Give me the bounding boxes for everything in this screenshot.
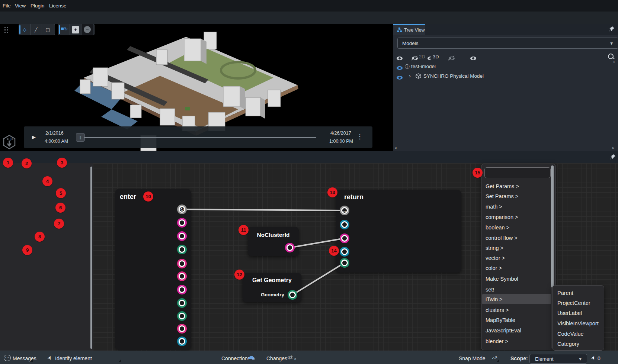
menu-view[interactable]: View	[15, 3, 26, 9]
scope-label: Scope:	[510, 355, 528, 361]
row-eye-icon[interactable]	[397, 66, 403, 70]
noclusterid-output-port[interactable]	[285, 243, 295, 252]
scroll-left-arrow[interactable]: ◂	[394, 145, 397, 150]
port-instancecount[interactable]	[177, 298, 187, 308]
submenu-item-visibleinviewport[interactable]: VisibleInViewport	[553, 318, 603, 329]
menu-item-math[interactable]: math >	[482, 202, 553, 212]
select-point-tool-button[interactable]: ◇	[19, 24, 31, 35]
submenu-item-projectcenter[interactable]: ProjectCenter	[553, 298, 603, 308]
menu-file[interactable]: File	[3, 3, 11, 9]
snap-mode-label[interactable]: Snap Mode	[459, 355, 486, 361]
menu-item-javascripteval[interactable]: JavaScriptEval	[482, 325, 553, 335]
messages-button[interactable]: Messages	[13, 355, 36, 361]
show-all-eye-icon[interactable]	[397, 57, 403, 60]
menu-license[interactable]: License	[49, 3, 67, 9]
swap-views-button[interactable]: ↻	[58, 24, 70, 35]
submenu-item-category[interactable]: Category	[553, 339, 603, 349]
menu-item-set-params[interactable]: Set Params >	[482, 191, 553, 201]
node-title: return	[344, 193, 364, 201]
menu-item-clusters[interactable]: clusters >	[482, 305, 553, 315]
annotation-7: 7	[54, 219, 64, 229]
enter-exec-port[interactable]: ↻	[177, 204, 187, 214]
cloud-status-badge: ⊗	[252, 357, 255, 361]
tree-item-label[interactable]: SYNCHRO Physical Model	[423, 73, 484, 79]
caret-down-icon: ▾	[579, 356, 582, 362]
active-indicator	[19, 25, 20, 34]
return-exec-port[interactable]: →	[340, 206, 349, 215]
port-materialname[interactable]	[177, 336, 187, 346]
zoom-in-button[interactable]: +	[70, 24, 81, 35]
identify-cursor-icon: ➤	[46, 354, 53, 361]
line-tool-button[interactable]: ╱	[31, 24, 42, 35]
menu-item-itwin[interactable]: iTwin >	[482, 294, 553, 304]
row-eye-icon[interactable]	[397, 76, 403, 80]
port-vertexcount[interactable]	[177, 311, 187, 321]
menu-item-boolean[interactable]: boolean >	[482, 222, 553, 232]
menu-item-set[interactable]: set!	[482, 284, 553, 294]
3d-viewport[interactable]: ▶ 2/1/2016 4:00:00 AM ∥ 4/26/2017 1:00:0…	[0, 24, 393, 151]
node-return[interactable]: return	[336, 190, 461, 273]
context-menu-search-input[interactable]	[484, 167, 551, 178]
annotation-13: 13	[327, 187, 337, 197]
port-label: Geometry	[243, 292, 284, 297]
port-rotation[interactable]	[177, 271, 187, 281]
tab-tree-view[interactable]: Tree View	[393, 24, 425, 35]
getgeometry-output-port[interactable]	[288, 290, 297, 300]
scroll-right-arrow[interactable]: ▸	[612, 145, 615, 150]
identify-element-button[interactable]: Identify element	[55, 355, 92, 361]
port-materialid[interactable]	[177, 324, 187, 334]
port-geometrysourceid[interactable]	[177, 231, 187, 241]
timeline-track[interactable]	[84, 137, 316, 138]
hide-all-eye-icon[interactable]	[412, 57, 418, 60]
port-geometry[interactable]	[177, 245, 187, 254]
tree-row-synchro-model[interactable]: › SYNCHRO Physical Model	[393, 72, 618, 81]
tree-row-imodel[interactable]: ⓘ test-imodel	[393, 62, 618, 71]
port-animationbatchid[interactable]	[177, 285, 187, 294]
zoom-out-button[interactable]: −	[81, 24, 93, 35]
search-icon[interactable]	[608, 54, 614, 59]
timeline-kebab-menu[interactable]: ⋮	[356, 132, 363, 141]
scroll-up-arrow[interactable]: ▴	[613, 59, 615, 63]
tree-item-label[interactable]: test-imodel	[411, 64, 436, 69]
tree-view-panel: Tree View Models ▾ 2D 3D ⓘ test-imodel ›…	[393, 24, 618, 151]
pin-icon[interactable]	[608, 26, 615, 32]
port-origin[interactable]	[177, 259, 187, 268]
scope-dropdown[interactable]: Element ▾	[529, 354, 587, 364]
return-material-port[interactable]	[340, 247, 349, 257]
expand-chevron-icon[interactable]: ›	[409, 73, 411, 79]
status-bar: ··· Messages ➤ Identify element Connecti…	[0, 351, 618, 364]
rectangle-tool-button[interactable]: ▢	[42, 24, 54, 35]
toggle-3d-label[interactable]: 3D	[433, 54, 439, 59]
sidebar-scrollbar[interactable]	[90, 167, 92, 349]
return-geometry-port[interactable]	[340, 258, 349, 268]
menu-item-vector[interactable]: vector >	[482, 253, 553, 263]
menu-plugin[interactable]: Plugin	[31, 3, 45, 9]
pin-icon[interactable]	[609, 154, 616, 160]
play-button[interactable]: ▶	[32, 134, 36, 140]
return-outputfile-port[interactable]	[340, 220, 349, 229]
menu-item-blender[interactable]: blender >	[482, 336, 553, 346]
changes-icon[interactable]: ⇄	[288, 354, 293, 361]
toggle-2d-label[interactable]: 2D	[419, 54, 425, 59]
menu-item-comparison[interactable]: comparison >	[482, 212, 553, 222]
menu-item-get-params[interactable]: Get Params >	[482, 181, 553, 191]
menu-item-color[interactable]: color >	[482, 263, 553, 273]
submenu-item-codevalue[interactable]: CodeValue	[553, 329, 603, 339]
2d-eye-off-icon[interactable]	[449, 57, 455, 60]
menu-item-string[interactable]: string >	[482, 243, 553, 253]
port-elementid[interactable]	[177, 218, 187, 228]
submenu-item-parent[interactable]: Parent	[553, 288, 603, 298]
menu-item-control-flow[interactable]: control flow >	[482, 233, 553, 243]
timeline-scrubber-handle[interactable]: ∥	[76, 133, 85, 142]
models-dropdown[interactable]: Models ▾	[397, 38, 618, 49]
submenu-item-userlabel[interactable]: UserLabel	[553, 308, 603, 318]
scrollbar-thumb[interactable]	[551, 165, 554, 287]
3d-eye-icon[interactable]	[470, 57, 476, 60]
visibility-toolbar: 2D 3D	[393, 52, 618, 61]
bottom-panel-header	[0, 151, 618, 163]
toolbar-drag-handle-icon[interactable]	[4, 26, 9, 33]
menu-item-make-symbol[interactable]: Make Symbol	[482, 274, 553, 284]
return-clusterid-port[interactable]	[340, 233, 349, 243]
annotation-6: 6	[55, 203, 65, 213]
menu-item-mapbytable[interactable]: MapByTable	[482, 315, 553, 325]
